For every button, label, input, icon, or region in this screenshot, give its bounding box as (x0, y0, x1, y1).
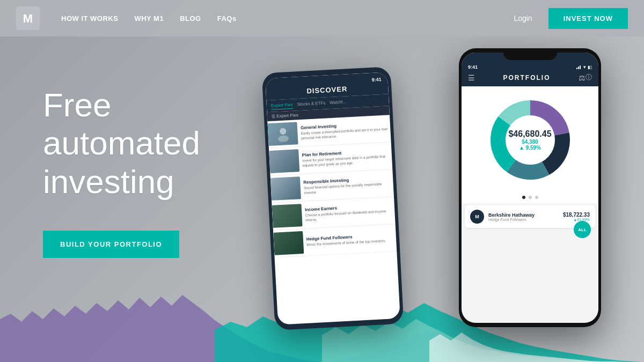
holding-amount: $18,722.33 (563, 212, 590, 218)
donut-chart-area: $46,680.45 $4,380 ▲ 9.59% (462, 86, 598, 194)
discover-item-text: Income Earners Choose a portfolio focuse… (305, 203, 395, 223)
nav-right: Login INVEST NOW (514, 8, 628, 29)
headline-line2: automated (43, 124, 200, 161)
discover-tab-expert-pies[interactable]: Expert Pies (270, 101, 293, 110)
portfolio-status-icons: ▾ ▮▯ (576, 64, 592, 70)
nav-blog[interactable]: BLOG (180, 14, 201, 23)
phone-notch (503, 48, 557, 60)
nav-links: HOW IT WORKS WHY M1 BLOG FAQs (61, 14, 514, 23)
battery-icon: ▮▯ (588, 65, 592, 70)
menu-icon[interactable]: ☰ (468, 73, 475, 82)
list-item[interactable]: Hedge Fund Followers Mimic the investmen… (273, 224, 397, 258)
holding-subtitle: Hedge Fund Followers (488, 218, 559, 221)
discover-item-text: Plan for Retirement Invest for your targ… (302, 148, 392, 168)
portfolio-status-bar: 9:41 ▾ ▮▯ (468, 64, 592, 70)
signal-icon (576, 65, 582, 69)
discover-tab-watchlist[interactable]: Watchl... (330, 98, 347, 107)
holding-name: Berkshire Hathaway (488, 212, 559, 218)
headline-line1: Free (43, 86, 111, 123)
svg-point-2 (280, 128, 287, 135)
dot-2[interactable] (529, 196, 532, 199)
all-button[interactable]: ALL (574, 221, 591, 238)
portfolio-value: $46,680.45 (508, 129, 551, 139)
phones-container: 9:41 DISCOVER Expert Pies Stocks & ETFs … (268, 48, 601, 349)
info-icon[interactable]: ⓘ (586, 73, 592, 82)
discover-item-text: General Investing Easily create a divers… (301, 121, 391, 141)
discover-tab-stocks-etfs[interactable]: Stocks & ETFs (297, 99, 326, 108)
holding-value: $18,722.33 ▲61.89% (563, 212, 590, 221)
portfolio-time: 9:41 (468, 64, 478, 70)
login-button[interactable]: Login (514, 14, 532, 23)
holding-avatar: M (470, 210, 484, 224)
nav-how-it-works[interactable]: HOW IT WORKS (61, 14, 118, 23)
navigation: M HOW IT WORKS WHY M1 BLOG FAQs Login IN… (0, 0, 644, 36)
holding-change: ▲61.89% (563, 218, 590, 221)
logo[interactable]: M (16, 6, 40, 30)
cta-build-portfolio-button[interactable]: BUILD YOUR PORTFOLIO (43, 231, 179, 258)
discover-item-text: Hedge Fund Followers Mimic the investmen… (306, 233, 386, 247)
svg-point-3 (277, 135, 289, 142)
nav-faqs[interactable]: FAQs (217, 14, 237, 23)
hero-headline: Free automated investing (43, 86, 200, 201)
discover-items-list: General Investing Easily create a divers… (267, 115, 397, 258)
portfolio-title-row: ☰ PORTFOLIO ⚖ ⓘ (468, 73, 592, 82)
headline-line3: investing (43, 163, 174, 200)
donut-center-values: $46,680.45 $4,380 ▲ 9.59% (508, 129, 551, 151)
portfolio-title: PORTFOLIO (475, 74, 579, 82)
holding-info: Berkshire Hathaway Hedge Fund Followers (488, 212, 559, 221)
pagination-dots (462, 194, 598, 203)
wifi-icon: ▾ (583, 64, 586, 70)
phone-discover: 9:41 DISCOVER Expert Pies Stocks & ETFs … (262, 67, 404, 330)
phone-portfolio: 9:41 ▾ ▮▯ ☰ PORTFOLIO ⚖ ⓘ (459, 48, 601, 327)
discover-item-text: Responsible Investing Sound financial op… (303, 175, 393, 195)
invest-now-button[interactable]: INVEST NOW (548, 8, 628, 29)
nav-why-m1[interactable]: WHY M1 (134, 14, 164, 23)
dot-3[interactable] (535, 196, 538, 199)
portfolio-pct: ▲ 9.59% (508, 145, 551, 151)
dot-1[interactable] (522, 196, 525, 199)
balance-icon[interactable]: ⚖ (579, 73, 586, 82)
svg-text:M: M (23, 12, 33, 25)
portfolio-screen: 9:41 ▾ ▮▯ ☰ PORTFOLIO ⚖ ⓘ (462, 53, 598, 323)
discover-screen: 9:41 DISCOVER Expert Pies Stocks & ETFs … (265, 72, 400, 324)
portfolio-gain: $4,380 (508, 139, 551, 145)
